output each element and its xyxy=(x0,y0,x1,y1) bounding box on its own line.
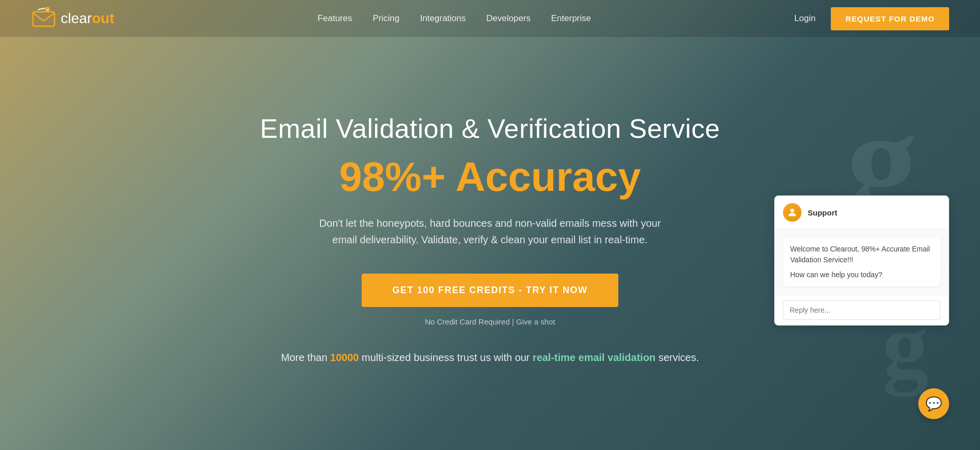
logo[interactable]: ✓ clearout xyxy=(31,6,114,31)
trust-text-1: More than xyxy=(281,352,330,363)
chat-widget: Support Welcome to Clearout, 98%+ Accura… xyxy=(774,195,949,326)
hero-subheadline: Don't let the honeypots, hard bounces an… xyxy=(310,215,670,248)
nav-links: Features Pricing Integrations Developers… xyxy=(317,13,591,24)
hero-headline: Email Validation & Verification Service xyxy=(260,113,720,144)
chat-bubble-button[interactable]: 💬 xyxy=(918,388,949,419)
chat-message: Welcome to Clearout, 98%+ Accurate Email… xyxy=(783,238,940,286)
nav-item-integrations[interactable]: Integrations xyxy=(420,13,466,24)
chat-header: Support xyxy=(775,196,949,229)
nav-item-developers[interactable]: Developers xyxy=(486,13,530,24)
hero-background: g g ✓ clearout Features Pricing Integrat… xyxy=(0,0,980,450)
chat-input-area xyxy=(775,295,949,325)
no-cc-text: No Credit Card Required | Give a shot xyxy=(425,317,555,326)
trust-service: real-time email validation xyxy=(532,352,655,363)
nav-item-pricing[interactable]: Pricing xyxy=(372,13,399,24)
trust-number: 10000 xyxy=(330,352,359,363)
svg-text:✓: ✓ xyxy=(46,8,49,12)
svg-rect-0 xyxy=(33,12,55,26)
logo-text: clearout xyxy=(61,10,114,27)
demo-button[interactable]: REQUEST FOR DEMO xyxy=(831,7,949,30)
trust-text-3: services. xyxy=(655,352,699,363)
chat-input[interactable] xyxy=(783,300,940,320)
logo-text-end: out xyxy=(92,10,115,26)
chat-bubble-icon: 💬 xyxy=(925,396,942,412)
chat-body: Welcome to Clearout, 98%+ Accurate Email… xyxy=(775,229,949,295)
nav-item-features[interactable]: Features xyxy=(317,13,352,24)
chat-message-2: How can we help you today? xyxy=(790,269,933,280)
trust-text-2: multi-sized business trust us with our xyxy=(359,352,532,363)
logo-icon: ✓ xyxy=(31,6,57,31)
accuracy-text: 98%+ Accuracy xyxy=(339,154,640,200)
navbar: ✓ clearout Features Pricing Integrations… xyxy=(0,0,980,37)
support-label: Support xyxy=(808,208,838,217)
nav-item-enterprise[interactable]: Enterprise xyxy=(551,13,591,24)
trust-text: More than 10000 multi-sized business tru… xyxy=(281,352,699,364)
nav-right: Login REQUEST FOR DEMO xyxy=(794,7,949,30)
svg-point-3 xyxy=(790,209,794,212)
chat-message-1: Welcome to Clearout, 98%+ Accurate Email… xyxy=(790,244,933,265)
login-link[interactable]: Login xyxy=(794,13,816,24)
support-avatar xyxy=(783,203,801,222)
cta-button[interactable]: GET 100 FREE CREDITS - TRY IT NOW xyxy=(362,274,619,307)
